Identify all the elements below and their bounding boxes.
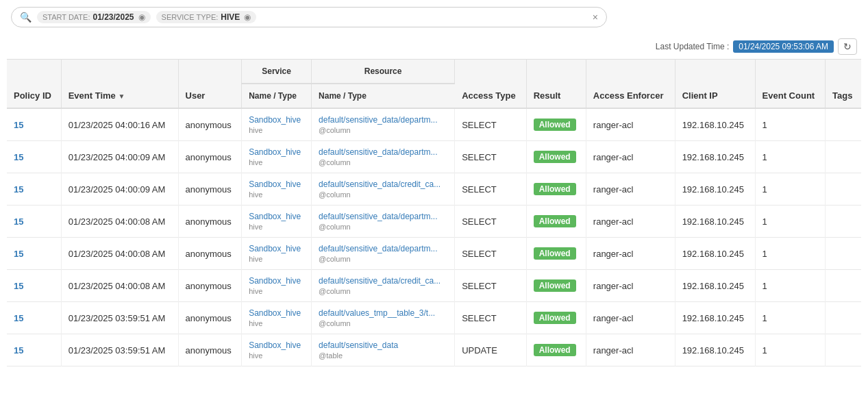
cell-service: Sandbox_hive hive: [242, 334, 312, 366]
cell-event-count: 1: [755, 173, 825, 206]
service-type: hive: [249, 223, 262, 231]
cell-tags: [826, 334, 861, 366]
cell-policy-id: 15: [7, 302, 61, 334]
cell-access-type: SELECT: [455, 141, 527, 173]
result-badge: Allowed: [534, 215, 576, 227]
resource-name: default/sensitive_data/credit_ca...: [319, 179, 441, 189]
result-badge: Allowed: [534, 279, 576, 292]
last-updated-label: Last Updated Time :: [656, 42, 729, 51]
service-type: hive: [249, 158, 262, 166]
cell-event-count: 1: [755, 141, 825, 173]
cell-resource: default/values_tmp__table_3/t... @column: [312, 302, 455, 334]
cell-client-ip: 192.168.10.245: [675, 173, 755, 206]
cell-user: anonymous: [178, 238, 242, 270]
refresh-button[interactable]: ↻: [838, 38, 857, 55]
result-badge: Allowed: [534, 247, 576, 260]
cell-client-ip: 192.168.10.245: [675, 334, 755, 366]
policy-id-link[interactable]: 15: [14, 345, 23, 356]
table-row: 15 01/23/2025 04:00:08 AM anonymous Sand…: [7, 238, 861, 270]
cell-user: anonymous: [178, 206, 242, 238]
last-updated-timestamp: 01/24/2025 09:53:06 AM: [733, 40, 834, 53]
cell-tags: [826, 238, 861, 270]
cell-policy-id: 15: [7, 334, 61, 366]
start-date-close-icon[interactable]: ◉: [138, 12, 145, 22]
policy-id-link[interactable]: 15: [14, 249, 23, 259]
service-name: Sandbox_hive: [249, 244, 301, 253]
cell-tags: [826, 270, 861, 302]
cell-result: Allowed: [526, 206, 586, 238]
cell-access-enforcer: ranger-acl: [586, 302, 675, 334]
cell-service: Sandbox_hive hive: [242, 108, 312, 141]
resource-name: default/sensitive_data/departm...: [319, 212, 437, 221]
col-group-resource: Resource: [312, 60, 455, 84]
policy-id-link[interactable]: 15: [14, 313, 23, 323]
result-badge: Allowed: [534, 183, 576, 195]
cell-client-ip: 192.168.10.245: [675, 141, 755, 173]
col-resource-name-type: Name / Type: [312, 84, 455, 108]
col-group-service: Service: [242, 60, 312, 84]
service-name: Sandbox_hive: [249, 276, 301, 286]
resource-name: default/sensitive_data: [319, 340, 398, 350]
cell-result: Allowed: [526, 141, 586, 173]
policy-id-link[interactable]: 15: [14, 281, 23, 291]
cell-event-time: 01/23/2025 04:00:08 AM: [61, 238, 178, 270]
cell-client-ip: 192.168.10.245: [675, 206, 755, 238]
cell-event-time: 01/23/2025 04:00:09 AM: [61, 173, 178, 206]
cell-client-ip: 192.168.10.245: [675, 108, 755, 141]
cell-policy-id: 15: [7, 173, 61, 206]
service-type: hive: [249, 190, 262, 199]
service-name: Sandbox_hive: [249, 308, 301, 318]
resource-name: default/values_tmp__table_3/t...: [319, 308, 435, 318]
start-date-chip[interactable]: START DATE: 01/23/2025 ◉: [37, 11, 151, 23]
cell-user: anonymous: [178, 270, 242, 302]
cell-resource: default/sensitive_data @table: [312, 334, 455, 366]
cell-event-time: 01/23/2025 04:00:16 AM: [61, 108, 178, 141]
result-badge: Allowed: [534, 312, 576, 324]
table-container: Policy ID Event Time ▼ User Service Reso…: [0, 59, 868, 366]
service-type-value: HIVE: [221, 12, 240, 22]
service-type: hive: [249, 287, 262, 295]
clear-all-button[interactable]: ×: [593, 12, 598, 23]
cell-access-enforcer: ranger-acl: [586, 173, 675, 206]
cell-policy-id: 15: [7, 270, 61, 302]
cell-access-type: SELECT: [455, 206, 527, 238]
cell-client-ip: 192.168.10.245: [675, 238, 755, 270]
cell-access-type: UPDATE: [455, 334, 527, 366]
resource-type: @table: [319, 351, 343, 360]
col-event-count: Event Count: [755, 60, 825, 109]
cell-event-count: 1: [755, 206, 825, 238]
service-type-close-icon[interactable]: ◉: [244, 12, 251, 22]
service-type: hive: [249, 255, 262, 263]
sort-icon: ▼: [118, 92, 125, 100]
policy-id-link[interactable]: 15: [14, 120, 23, 130]
cell-tags: [826, 173, 861, 206]
cell-tags: [826, 141, 861, 173]
service-name: Sandbox_hive: [249, 340, 301, 350]
service-type-label: SERVICE TYPE:: [162, 13, 219, 21]
cell-resource: default/sensitive_data/credit_ca... @col…: [312, 270, 455, 302]
cell-service: Sandbox_hive hive: [242, 206, 312, 238]
cell-event-time: 01/23/2025 03:59:51 AM: [61, 334, 178, 366]
cell-resource: default/sensitive_data/departm... @colum…: [312, 206, 455, 238]
resource-type: @column: [319, 223, 351, 231]
cell-service: Sandbox_hive hive: [242, 141, 312, 173]
cell-policy-id: 15: [7, 238, 61, 270]
cell-resource: default/sensitive_data/departm... @colum…: [312, 108, 455, 141]
updated-bar: Last Updated Time : 01/24/2025 09:53:06 …: [0, 34, 868, 59]
cell-tags: [826, 206, 861, 238]
top-bar: 🔍 START DATE: 01/23/2025 ◉ SERVICE TYPE:…: [0, 0, 868, 34]
col-client-ip: Client IP: [675, 60, 755, 109]
policy-id-link[interactable]: 15: [14, 184, 23, 195]
col-event-time[interactable]: Event Time ▼: [61, 60, 178, 109]
service-type-chip[interactable]: SERVICE TYPE: HIVE ◉: [156, 11, 257, 23]
table-row: 15 01/23/2025 03:59:51 AM anonymous Sand…: [7, 334, 861, 366]
cell-policy-id: 15: [7, 206, 61, 238]
resource-type: @column: [319, 255, 351, 263]
col-access-enforcer: Access Enforcer: [586, 60, 675, 109]
service-name: Sandbox_hive: [249, 212, 301, 221]
cell-user: anonymous: [178, 173, 242, 206]
cell-user: anonymous: [178, 108, 242, 141]
policy-id-link[interactable]: 15: [14, 216, 23, 227]
cell-access-type: SELECT: [455, 108, 527, 141]
policy-id-link[interactable]: 15: [14, 152, 23, 162]
